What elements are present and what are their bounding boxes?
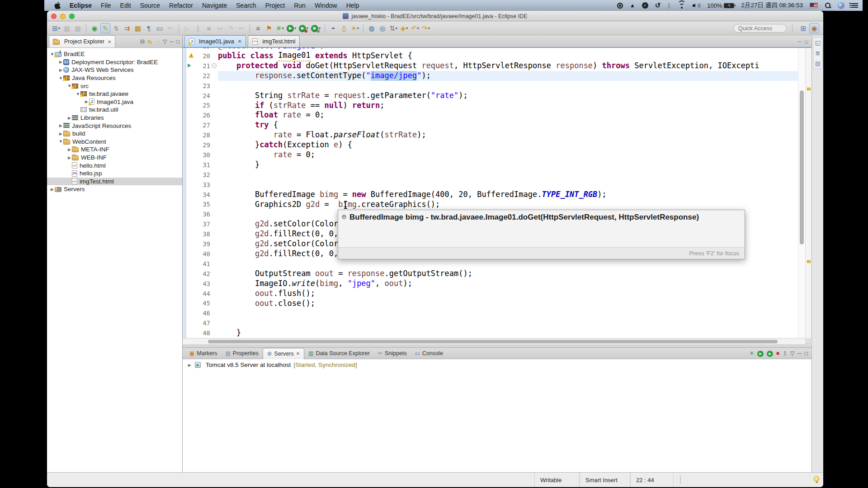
warning-marker[interactable] (807, 88, 811, 90)
new-ejb-button[interactable]: ◓ (328, 23, 338, 33)
tree-item-servers[interactable]: ▶Servers (47, 185, 182, 193)
battery-icon[interactable]: 100%ϟ (707, 2, 734, 9)
link-with-editor-button[interactable]: ⇆ (147, 38, 152, 45)
expand-arrow-icon[interactable]: ▶ (50, 187, 55, 192)
tab-data-source-explorer[interactable]: ▥Data Source Explorer (304, 348, 374, 359)
servers-view-menu-button[interactable]: ▽ (790, 350, 794, 357)
last-edit-location-button[interactable]: ↯ (111, 23, 121, 33)
menu-eclipse[interactable]: Eclipse (65, 0, 96, 11)
vertical-scrollbar[interactable] (798, 48, 805, 338)
web-service-button[interactable]: ✶▾ (350, 23, 360, 33)
siri-icon[interactable] (838, 2, 844, 9)
minimize-view-button[interactable]: ─ (170, 38, 174, 45)
minimize-editor-button[interactable]: ─ (798, 39, 802, 44)
close-tab-icon[interactable]: ✕ (238, 39, 241, 44)
tree-item-libraries[interactable]: ▶Libraries (47, 114, 182, 122)
app-disc-icon[interactable] (617, 3, 623, 9)
step-over-button[interactable]: ↷ (226, 23, 236, 33)
expand-arrow-icon[interactable]: ▶ (67, 116, 72, 120)
app-triangle-icon[interactable]: ▲ (630, 2, 635, 9)
step-return-button[interactable]: ↩ (236, 23, 246, 33)
open-perspective-button[interactable]: ⊞ (798, 23, 808, 33)
fold-collapse-icon[interactable]: − (210, 63, 218, 68)
external-browser-button[interactable]: ◎ (377, 23, 387, 33)
tree-item-webcontent[interactable]: ▼WebContent (47, 138, 182, 146)
tree-item-java-resources[interactable]: ▼Java Resources (47, 74, 182, 82)
project-tree[interactable]: ▼BradEE▶3,1Deployment Descriptor: BradEE… (47, 48, 182, 472)
publish-server-button[interactable]: ↥ (783, 350, 787, 357)
spotlight-search-icon[interactable] (825, 2, 831, 9)
horizontal-scrollbar[interactable] (183, 338, 811, 344)
snippet-clipboard-button[interactable]: ▯ (339, 23, 349, 33)
tree-item-hello-jsp[interactable]: J%hello.jsp (47, 169, 182, 178)
open-web-browser-button[interactable]: ◍ (367, 23, 377, 33)
tree-item-tw-brad-util[interactable]: tw.brad.util (47, 106, 182, 114)
suspend-button[interactable]: ∥ (193, 23, 203, 33)
tree-item-imgtest-html[interactable]: <>imgTest.html (47, 178, 182, 186)
tab-snippets[interactable]: ✂Snippets (374, 348, 411, 359)
warning-marker[interactable] (807, 260, 811, 263)
wifi-icon[interactable] (678, 3, 686, 9)
outline-view-icon[interactable]: ≣ (816, 50, 821, 56)
restore-views-icon[interactable]: ◱ (815, 39, 821, 46)
task-list-view-icon[interactable]: ▤ (815, 60, 821, 67)
maximize-editor-button[interactable]: □ (805, 39, 808, 44)
tree-item-jax-ws-web-services[interactable]: ▶JAX-WS Web Services (47, 66, 182, 74)
tab-servers[interactable]: ⚙Servers✕ (263, 348, 304, 359)
minimize-panel-button[interactable]: ─ (797, 350, 802, 357)
expand-arrow-icon[interactable]: ▶ (58, 131, 63, 136)
back-button[interactable]: ↶▾ (410, 23, 420, 33)
tab-properties[interactable]: ▤Properties (222, 348, 263, 359)
tab-imgtest-html[interactable]: <>imgTest.html (248, 35, 300, 47)
collapse-arrow-icon[interactable]: ▼ (58, 139, 63, 144)
menu-run[interactable]: Run (289, 0, 310, 11)
sort-button[interactable]: ⇅▾ (388, 23, 398, 33)
panel-sash[interactable] (183, 344, 811, 347)
lightbulb-icon[interactable] (814, 476, 819, 482)
shield-check-icon[interactable]: ✓ (642, 2, 648, 9)
task-flag-button[interactable]: ⚑ (264, 23, 274, 33)
overview-ruler[interactable] (805, 48, 811, 338)
menu-help[interactable]: Help (342, 0, 364, 11)
close-tab-icon[interactable]: ✕ (296, 351, 300, 356)
resume-button[interactable]: ▷ (182, 23, 192, 33)
profile-button[interactable]: ▶▾ (310, 23, 321, 33)
apple-menu-icon[interactable] (50, 0, 65, 11)
tree-item-image01-java[interactable]: ▶JImage01.java (47, 98, 182, 106)
horizontal-scrollbar-thumb[interactable] (208, 340, 778, 343)
build-all-button[interactable]: ⇉ (122, 23, 132, 33)
expand-arrow-icon[interactable]: ▶ (187, 363, 192, 367)
maximize-panel-button[interactable]: □ (805, 350, 808, 357)
profile-server-button[interactable]: ▶ (767, 350, 773, 357)
menu-source[interactable]: Source (136, 0, 165, 11)
time-machine-icon[interactable]: ↺ (655, 1, 661, 9)
mark-occurrences-button[interactable]: ✎ (100, 23, 110, 33)
tab-console[interactable]: ▭Console (411, 348, 447, 359)
control-center-icon[interactable] (851, 3, 858, 8)
run-button[interactable]: ▶▾ (286, 23, 297, 33)
focus-task-button[interactable]: ⋯ (155, 38, 160, 45)
menu-window[interactable]: Window (310, 0, 342, 11)
tab-project-explorer[interactable]: Project Explorer ✕ (49, 35, 115, 47)
debug-button[interactable]: ✳▾ (275, 23, 285, 33)
show-annotations-button[interactable]: ≡ (253, 23, 263, 33)
collapse-all-button[interactable]: ⊟ (140, 38, 145, 45)
open-console-button[interactable]: ▭ (155, 23, 165, 33)
save-button[interactable]: ▦ (62, 23, 72, 33)
tree-item-build[interactable]: ▶build (47, 130, 182, 138)
bluetooth-icon[interactable]: ᛒ (667, 2, 671, 9)
javaee-perspective-button[interactable]: ◉ (809, 23, 819, 33)
server-row[interactable]: ▶ Tomcat v8.5 Server at localhost [Start… (187, 361, 357, 368)
maximize-view-button[interactable]: □ (176, 38, 179, 45)
save-all-button[interactable]: ▩ (73, 23, 83, 33)
menu-navigate[interactable]: Navigate (198, 0, 231, 11)
volume-icon[interactable] (693, 3, 700, 8)
expand-arrow-icon[interactable]: ▶ (58, 68, 63, 72)
tree-item-meta-inf[interactable]: ▶META-INF (47, 145, 182, 154)
tree-item-tw-brad-javaee[interactable]: ▼tw.brad.javaee (47, 90, 182, 98)
expand-arrow-icon[interactable]: ▶ (58, 123, 63, 128)
tree-item-hello-html[interactable]: <>hello.html (47, 161, 182, 169)
show-whitespace-button[interactable]: ¶ (144, 23, 154, 33)
vertical-scrollbar-thumb[interactable] (800, 90, 804, 244)
view-menu-button[interactable]: ▽ (163, 38, 167, 45)
